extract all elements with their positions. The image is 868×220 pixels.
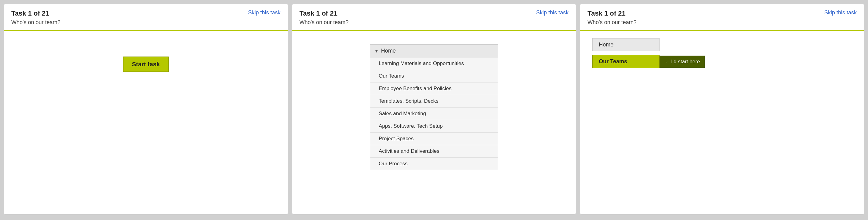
dropdown-item-our-teams[interactable]: Our Teams — [370, 70, 498, 83]
dropdown-item-project-spaces[interactable]: Project Spaces — [370, 133, 498, 145]
skip-link-3[interactable]: Skip this task — [824, 9, 857, 16]
task-description-1: Who's on our team? — [11, 19, 281, 26]
dropdown-header[interactable]: ▼ Home — [370, 44, 498, 58]
task-label-1: Task 1 of 21 — [11, 9, 49, 18]
task-label-3: Task 1 of 21 — [587, 9, 625, 18]
dropdown-home-label: Home — [381, 48, 396, 54]
skip-link-1[interactable]: Skip this task — [248, 9, 281, 16]
dropdown-item-apps-software[interactable]: Apps, Software, Tech Setup — [370, 120, 498, 133]
panel-2: Task 1 of 21 Skip this task Who's on our… — [292, 4, 577, 215]
selected-our-teams-item[interactable]: Our Teams — [592, 55, 659, 68]
task-label-2: Task 1 of 21 — [300, 9, 337, 18]
dropdown-item-learning[interactable]: Learning Materials and Opportunities — [370, 58, 498, 70]
panel-1-header-top: Task 1 of 21 Skip this task — [11, 9, 281, 18]
panel-3-header-top: Task 1 of 21 Skip this task — [587, 9, 857, 18]
panel-3-body: Home Our Teams ← I'd start here — [580, 31, 864, 214]
start-task-button[interactable]: Start task — [123, 57, 169, 72]
dropdown-container: ▼ Home Learning Materials and Opportunit… — [370, 44, 498, 170]
start-here-button[interactable]: ← I'd start here — [659, 56, 705, 68]
dropdown-item-sales-marketing[interactable]: Sales and Marketing — [370, 107, 498, 120]
dropdown-item-employee-benefits[interactable]: Employee Benefits and Policies — [370, 83, 498, 95]
selected-row: Our Teams ← I'd start here — [592, 55, 705, 68]
panel-1-header: Task 1 of 21 Skip this task Who's on our… — [4, 4, 288, 30]
home-breadcrumb-label: Home — [592, 38, 659, 51]
dropdown-arrow-icon: ▼ — [374, 49, 379, 54]
dropdown-item-templates[interactable]: Templates, Scripts, Decks — [370, 95, 498, 107]
panel-1-body: Start task — [4, 31, 288, 214]
panel-2-header: Task 1 of 21 Skip this task Who's on our… — [292, 4, 576, 30]
task-description-3: Who's on our team? — [587, 19, 857, 26]
dropdown-item-our-process[interactable]: Our Process — [370, 158, 498, 170]
panel-2-header-top: Task 1 of 21 Skip this task — [300, 9, 569, 18]
panel-3: Task 1 of 21 Skip this task Who's on our… — [580, 4, 864, 215]
panel-2-body: ▼ Home Learning Materials and Opportunit… — [292, 31, 576, 214]
panel-1: Task 1 of 21 Skip this task Who's on our… — [4, 4, 288, 215]
dropdown-menu: Learning Materials and Opportunities Our… — [370, 58, 498, 170]
skip-link-2[interactable]: Skip this task — [536, 9, 568, 16]
panel-3-header: Task 1 of 21 Skip this task Who's on our… — [580, 4, 864, 30]
dropdown-item-activities[interactable]: Activities and Deliverables — [370, 145, 498, 158]
task-description-2: Who's on our team? — [300, 19, 569, 26]
